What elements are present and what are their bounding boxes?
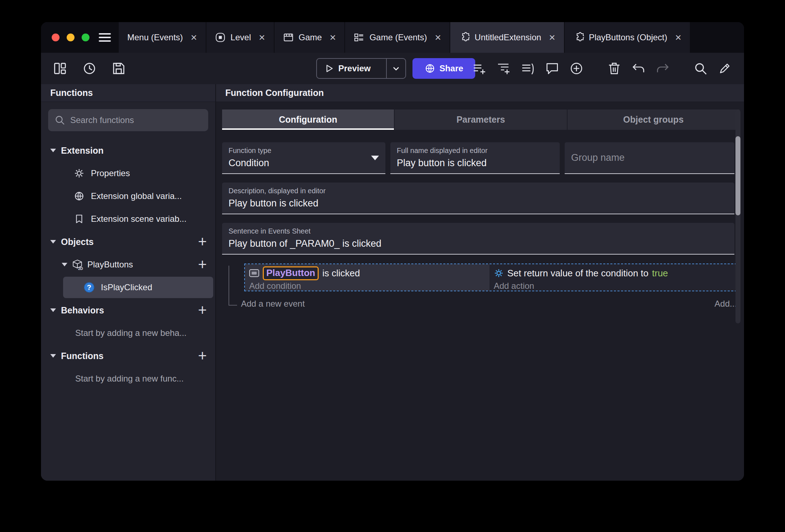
history-button[interactable]	[82, 61, 97, 76]
save-button[interactable]	[112, 61, 126, 76]
tab-playbuttons-object[interactable]: PlayButtons (Object) ×	[565, 22, 691, 53]
clapper-icon	[283, 32, 294, 43]
main-header: Function Configuration	[216, 84, 744, 102]
chevron-down-icon[interactable]	[387, 64, 405, 73]
caret-down-icon[interactable]	[50, 354, 56, 358]
add-object-button[interactable]: +	[198, 234, 207, 249]
tree-section-functions[interactable]: Functions +	[41, 344, 215, 367]
redo-button[interactable]	[656, 61, 670, 76]
search-button[interactable]	[693, 61, 708, 76]
tab-label: Game	[299, 32, 322, 42]
gear-icon	[74, 168, 84, 179]
conditions-cell[interactable]: PlayButton is clicked Add condition	[245, 264, 489, 291]
caret-down-icon[interactable]	[50, 149, 56, 152]
add-event-button[interactable]	[472, 61, 487, 76]
function-type-select[interactable]: Function type Condition	[222, 142, 385, 174]
tab-label: Level	[231, 32, 251, 42]
choose-event-button[interactable]	[569, 61, 584, 76]
add-condition-button[interactable]: Add condition	[249, 281, 489, 291]
add-subevent-button[interactable]	[497, 61, 511, 76]
vertical-scrollbar[interactable]	[735, 109, 740, 323]
tab-close-icon[interactable]: ×	[549, 32, 555, 43]
dropdown-arrow-icon	[371, 155, 379, 160]
functions-sidebar: Functions Extension	[41, 84, 216, 481]
group-name-field[interactable]	[565, 142, 734, 174]
undo-button[interactable]	[631, 61, 646, 76]
tab-menu-events[interactable]: Menu (Events) ×	[119, 22, 206, 53]
maximize-window-button[interactable]	[82, 34, 89, 41]
tree-section-behaviors[interactable]: Behaviors +	[41, 299, 215, 322]
functions-tree: Extension Properties	[41, 139, 215, 390]
scrollbar-thumb[interactable]	[735, 136, 740, 215]
tree-item-label: Properties	[91, 168, 130, 178]
tree-item-label: IsPlayClicked	[101, 282, 152, 292]
extension-puzzle-icon	[573, 32, 584, 43]
tab-close-icon[interactable]: ×	[435, 32, 441, 43]
condition-object-chip[interactable]: PlayButton	[263, 266, 319, 280]
minimize-window-button[interactable]	[67, 34, 75, 41]
tab-game[interactable]: Game ×	[275, 22, 345, 53]
sentence-field[interactable]: Sentence in Events Sheet Play button of …	[222, 223, 734, 255]
tab-game-events[interactable]: Game (Events) ×	[345, 22, 450, 53]
add-action-button[interactable]: Add action	[494, 281, 736, 291]
close-window-button[interactable]	[52, 34, 60, 41]
svg-text:2D: 2D	[78, 266, 83, 270]
add-more-button[interactable]: Add...	[714, 299, 737, 309]
add-new-event-button[interactable]: Add a new event	[241, 299, 305, 309]
tab-close-icon[interactable]: ×	[259, 32, 265, 43]
caret-down-icon[interactable]	[62, 263, 67, 266]
tab-level[interactable]: Level ×	[206, 22, 275, 53]
section-label: Functions	[61, 351, 103, 361]
tree-item-isplayclicked-row: ? IsPlayClicked	[41, 276, 215, 299]
tree-item-properties[interactable]: Properties	[41, 162, 215, 185]
tree-item-isplayclicked[interactable]: ? IsPlayClicked	[63, 277, 213, 298]
object-thumbnail-icon	[249, 269, 259, 277]
project-manager-button[interactable]	[53, 61, 67, 76]
share-label: Share	[440, 63, 463, 73]
tree-section-objects[interactable]: Objects +	[41, 230, 215, 253]
toolbar: Preview Share	[41, 53, 744, 84]
tab-close-icon[interactable]: ×	[675, 32, 682, 43]
play-icon	[324, 63, 334, 73]
preview-button[interactable]: Preview	[316, 58, 406, 79]
share-button[interactable]: Share	[412, 58, 475, 79]
search-functions-input[interactable]	[70, 115, 202, 125]
add-free-function-button[interactable]: +	[198, 348, 207, 363]
tab-configuration[interactable]: Configuration	[222, 109, 394, 130]
field-value: Play button of _PARAM0_ is clicked	[229, 238, 728, 249]
function-configuration-pane: Function Configuration Configuration Par…	[216, 84, 744, 481]
event-indent-guide	[229, 266, 237, 306]
function-question-icon: ?	[83, 281, 95, 293]
tab-object-groups[interactable]: Object groups	[567, 109, 739, 130]
add-function-to-object-button[interactable]: +	[198, 257, 207, 272]
add-behavior-button[interactable]: +	[198, 303, 207, 318]
tab-close-icon[interactable]: ×	[191, 32, 197, 43]
main-menu-icon[interactable]	[99, 33, 111, 42]
add-comment-button[interactable]	[545, 61, 559, 76]
edit-settings-wand-icon[interactable]	[718, 61, 732, 76]
tab-label: Menu (Events)	[127, 32, 183, 42]
condition-text: is clicked	[322, 268, 360, 279]
delete-button[interactable]	[607, 61, 621, 76]
caret-down-icon[interactable]	[50, 240, 56, 244]
functions-empty-hint: Start by adding a new func...	[41, 367, 215, 390]
sidebar-header: Functions	[41, 84, 215, 102]
search-functions-box[interactable]	[48, 109, 208, 131]
description-field[interactable]: Description, displayed in editor Play bu…	[222, 183, 734, 214]
add-other-events-button[interactable]	[521, 61, 535, 76]
extension-puzzle-icon	[459, 32, 470, 43]
full-name-field[interactable]: Full name displayed in editor Play butto…	[390, 142, 560, 174]
tab-parameters[interactable]: Parameters	[394, 109, 566, 130]
banner-icon	[74, 214, 84, 224]
caret-down-icon[interactable]	[50, 308, 56, 312]
tree-item-label: PlayButtons	[87, 260, 133, 270]
group-name-input[interactable]	[571, 152, 728, 163]
tab-close-icon[interactable]: ×	[330, 32, 336, 43]
tree-item-scene-variables[interactable]: Extension scene variab...	[41, 208, 215, 230]
tab-untitled-extension[interactable]: UntitledExtension ×	[450, 22, 564, 53]
tree-item-global-variables[interactable]: Extension global varia...	[41, 185, 215, 208]
event-row[interactable]: PlayButton is clicked Add condition	[244, 264, 737, 291]
tree-item-playbuttons[interactable]: 2D PlayButtons +	[41, 253, 215, 276]
actions-cell[interactable]: Set return value of the condition to tru…	[489, 264, 736, 291]
tree-section-extension[interactable]: Extension	[41, 139, 215, 162]
